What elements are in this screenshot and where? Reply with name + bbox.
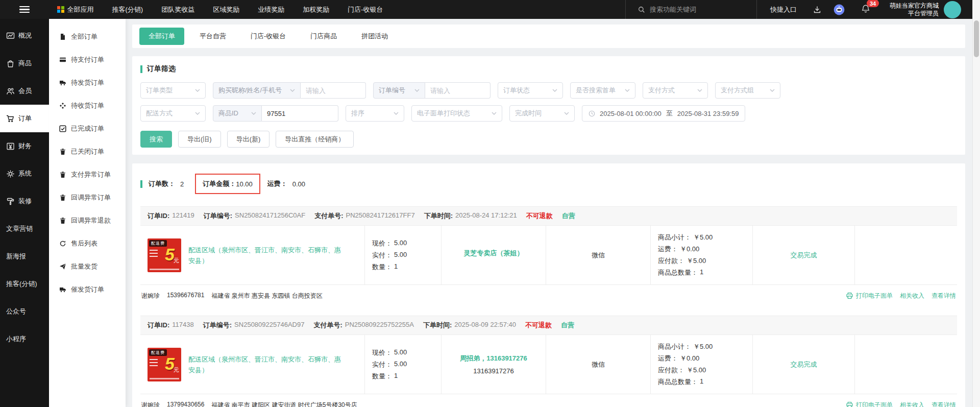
pay-sn: PN250809225752255A <box>345 321 414 330</box>
order-menu-aftersale[interactable]: 售后列表 <box>49 232 126 255</box>
order-menu-batch-ship[interactable]: 批量发货 <box>49 255 126 278</box>
scrollbar-thumb[interactable] <box>974 20 979 57</box>
price-value: 5.00 <box>394 348 407 357</box>
product-image[interactable]: 配送费 5 元 <box>148 348 181 381</box>
self-operated-tag[interactable]: 自营 <box>561 321 574 330</box>
buyer-link[interactable]: 周招弟，13163917276 <box>460 354 527 363</box>
total-qty-value: 1 <box>700 268 703 277</box>
robot-icon[interactable] <box>834 4 845 15</box>
non-refundable-tag[interactable]: 不可退款 <box>525 321 552 330</box>
goods-id-filter-group: 商品ID <box>213 105 338 122</box>
product-name-link[interactable]: 配送区域（泉州市区、晋江市、南安市、石狮市、惠安县） <box>188 354 347 375</box>
sidebar-item-finance[interactable]: 财务 <box>0 132 49 160</box>
notifications[interactable]: 34 <box>861 4 870 15</box>
select-pay-method[interactable]: 支付方式 <box>643 82 708 99</box>
buyer-input[interactable] <box>301 82 366 99</box>
topnav-promoter[interactable]: 推客(分销) <box>112 5 143 14</box>
topnav-region-reward[interactable]: 区域奖励 <box>213 5 239 14</box>
select-finish-time[interactable]: 完成时间 <box>509 105 575 122</box>
pay-channel-cell: 微信 <box>546 226 651 284</box>
topnav-store-cashier[interactable]: 门店-收银台 <box>348 5 383 14</box>
store-link[interactable]: 灵芝专卖店（茶姐） <box>464 249 524 258</box>
sidebar-item-members[interactable]: 会员 <box>0 77 49 105</box>
sidebar-item-new-poster[interactable]: 新海报 <box>0 243 49 270</box>
export-direct-button[interactable]: 导出直推（经销商） <box>276 131 354 148</box>
sidebar-item-system[interactable]: 系统 <box>0 160 49 187</box>
search-button[interactable]: 搜索 <box>140 131 172 148</box>
topnav-weighted-reward[interactable]: 加权奖励 <box>303 5 329 14</box>
orders-summary: 订单数： 2 订单金额： 10.00 运费： 0.00 <box>140 174 957 194</box>
order-menu-callback-refund[interactable]: 回调异常退款 <box>49 209 126 232</box>
check-icon <box>59 125 66 132</box>
image-decor <box>150 359 158 368</box>
download-icon[interactable] <box>813 6 821 14</box>
product-image[interactable]: 配送费 5 元 <box>148 238 181 272</box>
sidebar-item-decorate[interactable]: 装修 <box>0 187 49 215</box>
tab-platform-self[interactable]: 平台自营 <box>190 28 235 45</box>
freight-label: 运费： <box>267 179 287 188</box>
view-detail-link[interactable]: 查看详情 <box>932 292 956 300</box>
select-buyer-field[interactable]: 购买昵称/姓名/手机号 <box>213 82 301 99</box>
sidebar-item-goods[interactable]: 商品 <box>0 50 49 77</box>
self-operated-tag[interactable]: 自营 <box>562 211 575 221</box>
non-refundable-tag[interactable]: 不可退款 <box>526 211 553 221</box>
app-root: 全部应用 推客(分销) 团队奖收益 区域奖励 业绩奖励 加权奖励 门店-收银台 … <box>0 0 972 407</box>
subtotal-value: ￥5.00 <box>693 342 713 351</box>
sidebar-item-mini-program[interactable]: 小程序 <box>0 325 49 353</box>
select-order-type[interactable]: 订单类型 <box>140 82 206 99</box>
select-delivery-method[interactable]: 配送方式 <box>140 105 206 122</box>
goods-id-input[interactable] <box>262 105 338 122</box>
hamburger-icon[interactable] <box>0 6 49 13</box>
order-time: 2025-08-24 17:12:21 <box>455 211 517 221</box>
order-menu-pending-pay[interactable]: 待支付订单 <box>49 48 126 71</box>
order-menu-urge-ship[interactable]: 催发货订单 <box>49 278 126 301</box>
tab-all-orders[interactable]: 全部订单 <box>139 28 184 45</box>
select-eprint-status[interactable]: 电子面单打印状态 <box>411 105 502 122</box>
select-order-status[interactable]: 订单状态 <box>498 82 563 99</box>
select-goods-id-field[interactable]: 商品ID <box>213 105 262 122</box>
order-menu-all[interactable]: 全部订单 <box>49 25 126 48</box>
order-no-input[interactable] <box>425 82 491 99</box>
receiver-phone: 15396676781 <box>167 292 204 300</box>
date-range-picker[interactable]: 2025-08-01 00:00:00 至 2025-08-31 23:59:5… <box>582 105 745 122</box>
export-old-button[interactable]: 导出(旧) <box>178 131 221 148</box>
order-menu-pending-ship[interactable]: 待发货订单 <box>49 71 126 94</box>
topnav-team-reward[interactable]: 团队奖收益 <box>161 5 194 14</box>
sidebar-item-orders[interactable]: 订单 <box>0 105 49 132</box>
chevron-down-icon <box>564 112 569 115</box>
avatar[interactable] <box>944 1 961 18</box>
sidebar-item-article-marketing[interactable]: 文章营销 <box>0 215 49 243</box>
tab-store-cashier[interactable]: 门店-收银台 <box>241 28 295 45</box>
image-unit: 元 <box>174 257 179 265</box>
global-search[interactable] <box>625 0 757 19</box>
sidebar-item-official-account[interactable]: 公众号 <box>0 298 49 325</box>
order-menu-pay-abnormal[interactable]: 支付异常订单 <box>49 163 126 186</box>
quick-entry-link[interactable]: 快捷入口 <box>770 5 797 14</box>
sidebar-item-overview[interactable]: 概况 <box>0 22 49 50</box>
print-waybill-link[interactable]: 打印电子面单 <box>846 401 893 407</box>
user-info[interactable]: 萌娃当家官方商城 平台管理员 <box>890 2 939 17</box>
export-new-button[interactable]: 导出(新) <box>227 131 270 148</box>
related-income-link[interactable]: 相关收入 <box>900 292 924 300</box>
order-menu-completed[interactable]: 已完成订单 <box>49 117 126 140</box>
topnav-performance-reward[interactable]: 业绩奖励 <box>258 5 284 14</box>
tab-store-goods[interactable]: 门店商品 <box>301 28 346 45</box>
select-order-no-field[interactable]: 订单编号 <box>373 82 425 99</box>
search-input[interactable] <box>650 6 744 13</box>
chevron-down-icon <box>290 89 295 92</box>
page-scrollbar[interactable] <box>972 0 980 407</box>
select-pay-method-group[interactable]: 支付方式组 <box>715 82 780 99</box>
select-sort[interactable]: 排序 <box>346 105 404 122</box>
order-menu-callback-abnormal[interactable]: 回调异常订单 <box>49 186 126 209</box>
document-icon <box>59 33 66 40</box>
sidebar-item-promoter[interactable]: 推客(分销) <box>0 270 49 298</box>
related-income-link[interactable]: 相关收入 <box>900 401 924 407</box>
view-detail-link[interactable]: 查看详情 <box>932 401 956 407</box>
print-waybill-link[interactable]: 打印电子面单 <box>846 292 893 300</box>
tab-group-activity[interactable]: 拼团活动 <box>352 28 397 45</box>
topnav-all-apps[interactable]: 全部应用 <box>57 5 94 14</box>
order-menu-closed[interactable]: 已关闭订单 <box>49 140 126 163</box>
product-name-link[interactable]: 配送区域（泉州市区、晋江市、南安市、石狮市、惠安县） <box>188 245 347 266</box>
order-menu-pending-receive[interactable]: 待收货订单 <box>49 94 126 117</box>
select-first-order[interactable]: 是否搜索首单 <box>570 82 635 99</box>
